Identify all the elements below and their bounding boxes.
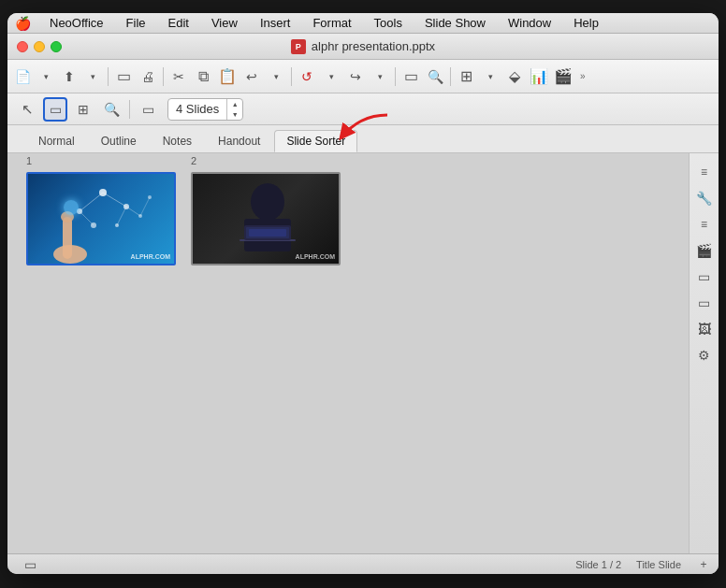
panel-navigator-button[interactable]: ▭ (693, 265, 716, 288)
slide-number-2: 2 (191, 155, 196, 166)
status-page-icon: ▭ (22, 557, 37, 572)
chart-button[interactable]: 📊 (528, 65, 550, 88)
menu-format[interactable]: Format (309, 16, 355, 30)
svg-point-17 (251, 183, 284, 221)
sep5 (450, 67, 451, 86)
tab-notes[interactable]: Notes (151, 130, 204, 152)
svg-line-13 (140, 197, 150, 216)
menu-window[interactable]: Window (504, 16, 555, 30)
app-window: 🍎 NeoOffice File Edit View Insert Format… (7, 13, 719, 574)
slide2-watermark: ALPHR.COM (296, 253, 335, 260)
shapes-button[interactable]: ⬙ (503, 65, 526, 88)
titlebar: P alphr presentation.pptx (7, 34, 719, 60)
apple-menu[interactable]: 🍎 (15, 16, 31, 31)
redo-button[interactable]: ↪ (344, 65, 367, 88)
slides-per-row-control[interactable]: 4 Slides ▲ ▼ (167, 98, 243, 121)
close-button[interactable] (17, 41, 28, 52)
print-preview-button[interactable]: ▭ (112, 65, 135, 88)
maximize-button[interactable] (51, 41, 62, 52)
sep1 (108, 67, 109, 86)
more-tools-button[interactable]: » (576, 71, 589, 81)
minimize-button[interactable] (34, 41, 45, 52)
tab-normal[interactable]: Normal (26, 130, 87, 152)
svg-line-9 (103, 193, 126, 207)
add-slide-button[interactable]: + (696, 557, 711, 572)
svg-line-12 (126, 207, 140, 216)
tab-slide-sorter[interactable]: Slide Sorter (274, 130, 357, 152)
slides-down-arrow[interactable]: ▼ (227, 109, 242, 120)
right-panel: ≡ 🔧 ≡ 🎬 ▭ ▭ 🖼 ⚙ (689, 153, 719, 553)
slide-area: 1 (7, 153, 689, 553)
refresh-button[interactable]: ↺ (296, 65, 318, 88)
slide-image-1: ALPHR.COM (26, 172, 176, 265)
redo2-dropdown[interactable]: ▾ (369, 65, 391, 88)
menu-edit[interactable]: Edit (165, 16, 193, 30)
slides-count-value: 4 Slides (168, 102, 226, 116)
refresh-dropdown[interactable]: ▾ (320, 65, 342, 88)
file-icon: P (291, 39, 306, 54)
redo-dropdown[interactable]: ▾ (265, 65, 287, 88)
panel-image-button[interactable]: 🖼 (693, 318, 716, 340)
paste-button[interactable]: 📋 (216, 65, 239, 88)
slide-image-2: ALPHR.COM (191, 172, 341, 265)
panel-gallery-button[interactable]: 🎬 (693, 239, 716, 262)
slide-thumbnail-1[interactable]: 1 (26, 172, 176, 265)
slide1-watermark: ALPHR.COM (131, 253, 170, 260)
print-button[interactable]: 🖨 (137, 65, 159, 88)
menu-slideshow[interactable]: Slide Show (421, 16, 489, 30)
view-toolbar: ↖ ▭ ⊞ 🔍 ▭ 4 Slides ▲ ▼ (7, 93, 719, 125)
file-tools: 📄 ▾ ⬆ ▾ (11, 65, 104, 88)
panel-menu-button[interactable]: ≡ (693, 161, 716, 183)
new-button[interactable]: 📄 (11, 65, 34, 88)
svg-rect-22 (249, 229, 286, 237)
tab-handout[interactable]: Handout (206, 130, 272, 152)
grid-dropdown[interactable]: ▾ (479, 65, 501, 88)
slide-position: Slide 1 / 2 (575, 559, 621, 570)
panel-macro-button[interactable]: ⚙ (693, 344, 716, 366)
select-tool-button[interactable]: ↖ (15, 97, 39, 122)
menu-neooffice[interactable]: NeoOffice (46, 16, 108, 30)
outline-view-button[interactable]: ⊞ (71, 97, 95, 122)
menubar: 🍎 NeoOffice File Edit View Insert Format… (7, 13, 719, 34)
content-area: 1 (7, 153, 719, 553)
view-tabs: Normal Outline Notes Handout Slide Sorte… (7, 125, 719, 153)
insert-slide-button[interactable]: ▭ (399, 65, 422, 88)
slide-thumbnail-2[interactable]: 2 (191, 172, 341, 265)
statusbar: ▭ Slide 1 / 2 Title Slide + (7, 553, 719, 574)
upload-button[interactable]: ⬆ (58, 65, 80, 88)
slide-layout: Title Slide (636, 559, 681, 570)
svg-line-11 (117, 207, 126, 225)
traffic-lights (17, 41, 62, 52)
grid-button[interactable]: ⊞ (455, 65, 477, 88)
window-title: P alphr presentation.pptx (291, 39, 435, 54)
menu-file[interactable]: File (123, 16, 150, 30)
copy-button[interactable]: ⧉ (192, 65, 214, 88)
media-button[interactable]: 🎬 (552, 65, 574, 88)
menu-insert[interactable]: Insert (256, 16, 295, 30)
slide-view-button[interactable]: ▭ (43, 97, 67, 122)
svg-rect-15 (63, 217, 72, 259)
tab-outline[interactable]: Outline (89, 130, 149, 152)
zoom-button[interactable]: 🔍 (99, 97, 123, 122)
sep2 (163, 67, 164, 86)
sep-view (129, 100, 130, 119)
panel-properties-button[interactable]: 🔧 (693, 187, 716, 209)
main-toolbar: 📄 ▾ ⬆ ▾ ▭ 🖨 ✂ ⧉ 📋 ↩ ▾ ↺ ▾ ↪ ▾ ▭ 🔍 ⊞ ▾ ⬙ … (7, 60, 719, 93)
undo-button[interactable]: ↩ (240, 65, 263, 88)
monitor-button[interactable]: ▭ (136, 97, 160, 122)
panel-functions-button[interactable]: ▭ (693, 292, 716, 314)
sep3 (291, 67, 292, 86)
slides-arrows[interactable]: ▲ ▼ (226, 99, 242, 120)
menu-help[interactable]: Help (570, 16, 603, 30)
find-button[interactable]: 🔍 (424, 65, 446, 88)
menu-tools[interactable]: Tools (370, 16, 406, 30)
slide-number-1: 1 (26, 155, 32, 166)
open-dropdown[interactable]: ▾ (35, 65, 57, 88)
glow-circle (64, 200, 79, 215)
slides-up-arrow[interactable]: ▲ (227, 99, 242, 109)
panel-styles-button[interactable]: ≡ (693, 213, 716, 236)
cut-button[interactable]: ✂ (167, 65, 190, 88)
upload-dropdown[interactable]: ▾ (81, 65, 104, 88)
menu-view[interactable]: View (208, 16, 241, 30)
person-graphic (193, 174, 339, 264)
